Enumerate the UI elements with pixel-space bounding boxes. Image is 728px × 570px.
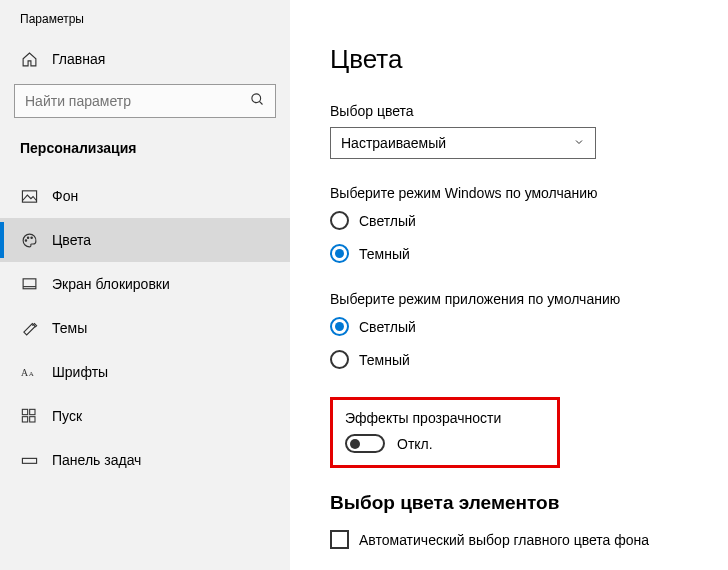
nav-item-colors[interactable]: Цвета: [0, 218, 290, 262]
transparency-toggle-row: Откл.: [345, 434, 541, 453]
radio-app-dark[interactable]: Темный: [330, 350, 728, 369]
svg-text:A: A: [21, 367, 28, 378]
svg-point-3: [25, 239, 26, 240]
nav-item-lockscreen[interactable]: Экран блокировки: [0, 262, 290, 306]
radio-label: Светлый: [359, 213, 416, 229]
fonts-icon: AA: [20, 363, 38, 381]
main-content: Цвета Выбор цвета Настраиваемый Выберите…: [290, 0, 728, 570]
nav-label: Цвета: [52, 232, 91, 248]
settings-sidebar: Параметры Главная Персонализация Фон Цве…: [0, 0, 290, 570]
color-choice-label: Выбор цвета: [330, 103, 728, 119]
start-icon: [20, 407, 38, 425]
nav-label: Панель задач: [52, 452, 141, 468]
transparency-label: Эффекты прозрачности: [345, 410, 541, 426]
nav-item-start[interactable]: Пуск: [0, 394, 290, 438]
svg-point-4: [27, 236, 28, 237]
app-title: Параметры: [0, 12, 290, 42]
svg-rect-11: [30, 409, 35, 414]
radio-label: Темный: [359, 246, 410, 262]
svg-point-5: [30, 236, 31, 237]
svg-text:A: A: [28, 370, 33, 378]
radio-icon: [330, 244, 349, 263]
nav-item-taskbar[interactable]: Панель задач: [0, 438, 290, 482]
color-choice-select[interactable]: Настраиваемый: [330, 127, 596, 159]
svg-rect-12: [22, 417, 27, 422]
transparency-toggle[interactable]: [345, 434, 385, 453]
search-input[interactable]: [25, 93, 265, 109]
transparency-highlight: Эффекты прозрачности Откл.: [330, 397, 560, 468]
nav-label: Экран блокировки: [52, 276, 170, 292]
radio-icon: [330, 211, 349, 230]
themes-icon: [20, 319, 38, 337]
radio-icon: [330, 350, 349, 369]
lockscreen-icon: [20, 275, 38, 293]
nav-item-background[interactable]: Фон: [0, 174, 290, 218]
radio-windows-dark[interactable]: Темный: [330, 244, 728, 263]
chevron-down-icon: [573, 135, 585, 151]
radio-label: Темный: [359, 352, 410, 368]
nav-label: Темы: [52, 320, 87, 336]
radio-windows-light[interactable]: Светлый: [330, 211, 728, 230]
nav-item-fonts[interactable]: AA Шрифты: [0, 350, 290, 394]
radio-label: Светлый: [359, 319, 416, 335]
home-icon: [20, 50, 38, 68]
accent-heading: Выбор цвета элементов: [330, 492, 728, 514]
search-box[interactable]: [14, 84, 276, 118]
svg-rect-13: [30, 417, 35, 422]
app-mode-label: Выберите режим приложения по умолчанию: [330, 291, 728, 307]
nav-list: Фон Цвета Экран блокировки Темы AA Шрифт…: [0, 174, 290, 482]
checkbox-label: Автоматический выбор главного цвета фона: [359, 532, 649, 548]
checkbox-icon: [330, 530, 349, 549]
radio-icon: [330, 317, 349, 336]
windows-mode-label: Выберите режим Windows по умолчанию: [330, 185, 728, 201]
search-container: [0, 76, 290, 126]
select-value: Настраиваемый: [341, 135, 446, 151]
svg-rect-14: [22, 458, 36, 463]
sidebar-home-label: Главная: [52, 51, 105, 67]
svg-rect-6: [23, 278, 36, 288]
auto-accent-checkbox[interactable]: Автоматический выбор главного цвета фона: [330, 530, 728, 549]
taskbar-icon: [20, 451, 38, 469]
svg-point-0: [252, 93, 261, 102]
svg-line-1: [259, 101, 262, 104]
nav-label: Пуск: [52, 408, 82, 424]
svg-rect-10: [22, 409, 27, 414]
nav-label: Шрифты: [52, 364, 108, 380]
page-title: Цвета: [330, 44, 728, 75]
sidebar-home[interactable]: Главная: [0, 42, 290, 76]
toggle-state-label: Откл.: [397, 436, 433, 452]
picture-icon: [20, 187, 38, 205]
palette-icon: [20, 231, 38, 249]
search-icon: [250, 92, 265, 111]
radio-app-light[interactable]: Светлый: [330, 317, 728, 336]
nav-label: Фон: [52, 188, 78, 204]
nav-item-themes[interactable]: Темы: [0, 306, 290, 350]
section-title: Персонализация: [0, 126, 290, 166]
toggle-knob: [350, 439, 360, 449]
